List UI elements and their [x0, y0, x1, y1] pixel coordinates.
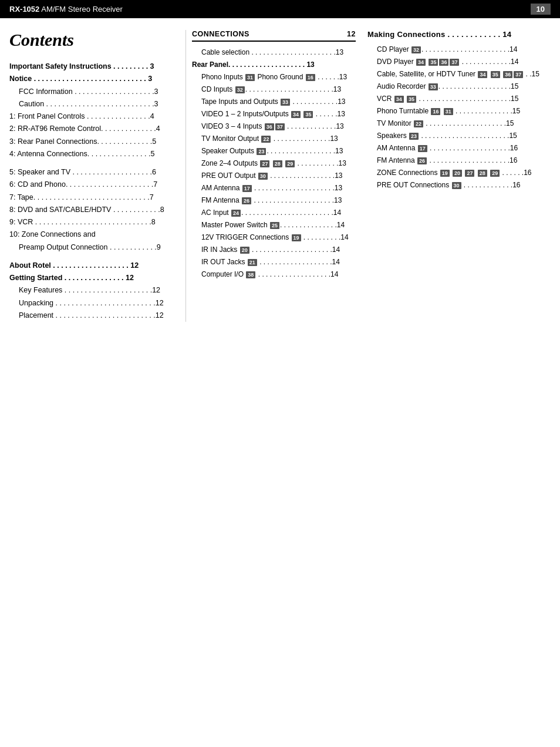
connection-item: Computer I/O 38 . . . . . . . . . . . . …	[192, 268, 356, 281]
toc-spacer	[9, 160, 180, 166]
badge-30: 30	[258, 173, 268, 180]
connection-item: CD Inputs 32. . . . . . . . . . . . . . …	[192, 83, 356, 96]
toc-item: 8: DVD and SAT/CABLE/HDTV . . . . . . . …	[9, 204, 180, 216]
connection-item: FM Antenna 26 . . . . . . . . . . . . . …	[192, 194, 356, 207]
toc-item: Getting Started . . . . . . . . . . . . …	[9, 272, 180, 284]
badge-35: 35	[303, 111, 313, 119]
toc-list: Important Safety Instructions . . . . . …	[9, 60, 180, 322]
connections-page: 12	[347, 30, 356, 38]
badge-36: 36	[503, 71, 512, 79]
badge-27: 27	[465, 170, 474, 177]
badge-19: 19	[440, 170, 450, 177]
making-connections-list: CD Player 32. . . . . . . . . . . . . . …	[367, 43, 544, 191]
making-item: VCR 34 35 . . . . . . . . . . . . . . . …	[367, 93, 544, 105]
toc-item: Preamp Output Connection . . . . . . . .…	[9, 241, 180, 254]
making-item: Phono Turntable 16 31 . . . . . . . . . …	[367, 105, 544, 117]
badge-17: 17	[418, 145, 427, 153]
connection-item: Zone 2–4 Outputs 27 28 29 . . . . . . . …	[192, 157, 356, 170]
connection-item: IR OUT Jacks 21 . . . . . . . . . . . . …	[192, 256, 356, 268]
badge-22: 22	[414, 120, 423, 128]
toc-item: 10: Zone Connections and	[9, 228, 180, 241]
badge-25: 25	[270, 222, 279, 230]
badge-17: 17	[242, 185, 252, 193]
page-number: 10	[531, 4, 551, 15]
badge-19: 19	[292, 234, 301, 242]
badge-31: 31	[245, 74, 255, 82]
badge-24: 24	[231, 210, 241, 217]
making-item: ZONE Connections 19 20 27 28 29 . . . . …	[367, 167, 544, 179]
badge-35: 35	[491, 71, 500, 79]
badge-26: 26	[242, 197, 251, 205]
making-item: Speakers 23 . . . . . . . . . . . . . . …	[367, 130, 544, 142]
connection-item: VIDEO 3 – 4 Inputs 3637 . . . . . . . . …	[192, 120, 356, 133]
badge-29: 29	[490, 170, 500, 177]
toc-item: 4: Antenna Connections. . . . . . . . . …	[9, 148, 180, 160]
badge-35: 35	[407, 96, 416, 103]
badge-34: 34	[416, 59, 426, 66]
contents-column: Contents Important Safety Instructions .…	[9, 30, 185, 322]
badge-23: 23	[257, 148, 266, 156]
connection-item: Cable selection . . . . . . . . . . . . …	[192, 46, 356, 59]
badge-34: 34	[478, 71, 487, 79]
badge-33: 33	[429, 83, 438, 91]
toc-item: FCC Information . . . . . . . . . . . . …	[9, 86, 180, 98]
badge-33: 33	[281, 99, 290, 106]
toc-item: Caution . . . . . . . . . . . . . . . . …	[9, 98, 180, 110]
connections-title: CONNECTIONS	[192, 30, 249, 38]
making-item: PRE OUT Connections 30 . . . . . . . . .…	[367, 179, 544, 191]
connection-item: AM Antenna 17 . . . . . . . . . . . . . …	[192, 182, 356, 194]
connection-item: Master Power Switch 25. . . . . . . . . …	[192, 219, 356, 231]
badge-34: 34	[291, 111, 301, 119]
toc-item: Notice . . . . . . . . . . . . . . . . .…	[9, 73, 180, 85]
badge-22: 22	[261, 136, 271, 143]
badge-30: 30	[452, 182, 461, 190]
connections-column: CONNECTIONS 12 Cable selection . . . . .…	[185, 30, 362, 322]
making-item: DVD Player 34 353637 . . . . . . . . . .…	[367, 56, 544, 68]
toc-item: Placement . . . . . . . . . . . . . . . …	[9, 309, 180, 322]
model-name: RX-1052	[9, 5, 39, 14]
connection-item: PRE OUT Output 30 . . . . . . . . . . . …	[192, 170, 356, 182]
connection-item: AC Input 24. . . . . . . . . . . . . . .…	[192, 207, 356, 219]
making-item: AM Antenna 17 . . . . . . . . . . . . . …	[367, 142, 544, 154]
badge-20: 20	[453, 170, 462, 177]
header-title: RX-1052 AM/FM Stereo Receiver	[9, 5, 123, 14]
badge-28: 28	[478, 170, 487, 177]
connection-item: TV Monitor Output 22 . . . . . . . . . .…	[192, 133, 356, 145]
connection-item: Tape Inputs and Outputs 33 . . . . . . .…	[192, 96, 356, 108]
badge-31: 31	[444, 108, 453, 116]
badge-20: 20	[240, 247, 249, 254]
connections-header: CONNECTIONS 12	[192, 30, 356, 42]
badge-34: 34	[394, 96, 404, 103]
toc-item: About Rotel . . . . . . . . . . . . . . …	[9, 260, 180, 272]
badge-26: 26	[417, 157, 427, 165]
making-item: Audio Recorder 33. . . . . . . . . . . .…	[367, 80, 544, 93]
making-connections-column: Making Connections . . . . . . . . . . .…	[362, 30, 544, 322]
making-item: TV Monitor 22 . . . . . . . . . . . . . …	[367, 117, 544, 130]
toc-spacer	[9, 254, 180, 260]
contents-title: Contents	[9, 30, 180, 50]
connection-item: Phono Inputs 31 Phono Ground 16 . . . . …	[192, 71, 356, 83]
making-item: FM Antenna 26 . . . . . . . . . . . . . …	[367, 154, 544, 167]
toc-item: Key Features . . . . . . . . . . . . . .…	[9, 284, 180, 297]
badge-36: 36	[265, 123, 274, 131]
badge-27: 27	[260, 160, 269, 168]
badge-32: 32	[235, 86, 245, 94]
toc-item: 3: Rear Panel Connections. . . . . . . .…	[9, 136, 180, 148]
badge-32: 32	[411, 46, 421, 54]
badge-23: 23	[409, 133, 419, 140]
badge-21: 21	[248, 259, 257, 267]
toc-item: 6: CD and Phono. . . . . . . . . . . . .…	[9, 179, 180, 191]
badge-37: 37	[514, 71, 523, 79]
connection-item: Speaker Outputs 23. . . . . . . . . . . …	[192, 145, 356, 157]
toc-item: 9: VCR . . . . . . . . . . . . . . . . .…	[9, 216, 180, 228]
toc-item: 7: Tape. . . . . . . . . . . . . . . . .…	[9, 191, 180, 204]
toc-item: 1: Front Panel Controls . . . . . . . . …	[9, 110, 180, 123]
connection-item: VIDEO 1 – 2 Inputs/Outputs 34 35 . . . .…	[192, 108, 356, 120]
badge-16: 16	[431, 108, 440, 116]
badge-37: 37	[275, 123, 285, 131]
connections-list: Cable selection . . . . . . . . . . . . …	[192, 46, 356, 281]
making-item: Cable, Satellite, or HDTV Tuner 34 35 36…	[367, 68, 544, 80]
connection-item: IR IN Jacks 20 . . . . . . . . . . . . .…	[192, 244, 356, 256]
toc-item: 5: Speaker and TV . . . . . . . . . . . …	[9, 166, 180, 179]
making-connections-header: Making Connections . . . . . . . . . . .…	[367, 30, 544, 39]
